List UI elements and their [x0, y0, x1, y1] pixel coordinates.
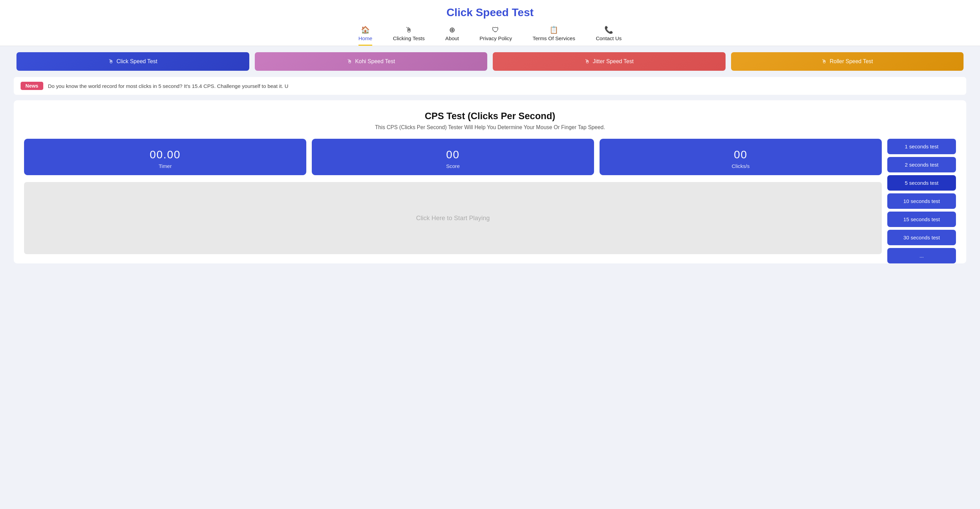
- click-speed-test-label: Click Speed Test: [116, 58, 157, 65]
- 15s-test-button[interactable]: 15 seconds test: [887, 212, 956, 227]
- kohi-btn-icon: 🖱: [347, 58, 352, 65]
- more-test-label: ...: [920, 253, 924, 259]
- content-row: 00.00 Timer 00 Score 00 Clicks/s Click H…: [24, 139, 956, 263]
- timer-label: Timer: [30, 163, 301, 169]
- 15s-test-label: 15 seconds test: [904, 216, 940, 222]
- shield-icon: 🛡: [492, 26, 499, 34]
- nav: 🏠 Home 🖱 Clicking Tests ⊕ About 🛡 Privac…: [0, 22, 980, 46]
- news-badge: News: [21, 82, 43, 90]
- phone-icon: 📞: [605, 26, 613, 34]
- terms-icon: 📋: [549, 26, 558, 34]
- 2s-test-label: 2 seconds test: [905, 162, 939, 168]
- jitter-speed-test-label: Jitter Speed Test: [593, 58, 633, 65]
- nav-label-home: Home: [358, 35, 372, 41]
- home-icon: 🏠: [361, 26, 370, 34]
- nav-label-about: About: [445, 35, 459, 41]
- roller-speed-test-label: Roller Speed Test: [830, 58, 873, 65]
- play-text: Click Here to Start Playing: [416, 214, 490, 222]
- cps-subtitle: This CPS (Clicks Per Second) Tester Will…: [24, 124, 956, 130]
- nav-label-clicking-tests: Clicking Tests: [393, 35, 425, 41]
- news-bar: News Do you know the world record for mo…: [14, 77, 966, 95]
- jitter-speed-test-button[interactable]: 🖱 Jitter Speed Test: [493, 52, 725, 71]
- click-speed-test-button[interactable]: 🖱 Click Speed Test: [16, 52, 249, 71]
- clicks-label: Clicks/s: [605, 163, 876, 169]
- play-area[interactable]: Click Here to Start Playing: [24, 182, 882, 254]
- nav-item-about[interactable]: ⊕ About: [445, 26, 459, 46]
- mouse-icon: 🖱: [405, 26, 412, 34]
- 10s-test-label: 10 seconds test: [904, 198, 940, 204]
- mouse-btn-icon: 🖱: [108, 58, 114, 65]
- top-buttons-bar: 🖱 Click Speed Test 🖱 Kohi Speed Test 🖱 J…: [0, 46, 980, 77]
- clicks-value: 00: [605, 148, 876, 161]
- more-test-button[interactable]: ...: [887, 248, 956, 263]
- clicks-card: 00 Clicks/s: [600, 139, 882, 175]
- header: Click Speed Test 🏠 Home 🖱 Clicking Tests…: [0, 0, 980, 46]
- nav-label-terms-of-services: Terms Of Services: [533, 35, 575, 41]
- jitter-btn-icon: 🖱: [584, 58, 590, 65]
- nav-item-terms-of-services[interactable]: 📋 Terms Of Services: [533, 26, 575, 46]
- news-text: Do you know the world record for most cl…: [48, 83, 288, 89]
- timer-card: 00.00 Timer: [24, 139, 306, 175]
- about-icon: ⊕: [449, 26, 455, 34]
- score-label: Score: [317, 163, 589, 169]
- 5s-test-button[interactable]: 5 seconds test: [887, 175, 956, 191]
- 5s-test-label: 5 seconds test: [905, 180, 939, 186]
- 30s-test-button[interactable]: 30 seconds test: [887, 230, 956, 245]
- right-panel: 1 seconds test 2 seconds test 5 seconds …: [887, 139, 956, 263]
- nav-item-home[interactable]: 🏠 Home: [358, 26, 372, 46]
- nav-label-privacy-policy: Privacy Policy: [480, 35, 512, 41]
- roller-speed-test-button[interactable]: 🖱 Roller Speed Test: [731, 52, 964, 71]
- nav-item-privacy-policy[interactable]: 🛡 Privacy Policy: [480, 26, 512, 46]
- 1s-test-button[interactable]: 1 seconds test: [887, 139, 956, 154]
- score-card: 00 Score: [312, 139, 594, 175]
- score-value: 00: [317, 148, 589, 161]
- nav-item-contact-us[interactable]: 📞 Contact Us: [596, 26, 622, 46]
- 2s-test-button[interactable]: 2 seconds test: [887, 157, 956, 172]
- site-title: Click Speed Test: [0, 6, 980, 19]
- nav-label-contact-us: Contact Us: [596, 35, 622, 41]
- kohi-speed-test-label: Kohi Speed Test: [355, 58, 395, 65]
- 1s-test-label: 1 seconds test: [905, 143, 939, 150]
- timer-value: 00.00: [30, 148, 301, 161]
- 30s-test-label: 30 seconds test: [904, 235, 940, 240]
- nav-item-clicking-tests[interactable]: 🖱 Clicking Tests: [393, 26, 425, 46]
- stats-row: 00.00 Timer 00 Score 00 Clicks/s: [24, 139, 882, 175]
- content-main: 00.00 Timer 00 Score 00 Clicks/s Click H…: [24, 139, 882, 254]
- 10s-test-button[interactable]: 10 seconds test: [887, 193, 956, 209]
- cps-section: CPS Test (Clicks Per Second) This CPS (C…: [14, 100, 966, 263]
- kohi-speed-test-button[interactable]: 🖱 Kohi Speed Test: [255, 52, 488, 71]
- roller-btn-icon: 🖱: [821, 58, 827, 65]
- main-content: News Do you know the world record for mo…: [0, 77, 980, 277]
- cps-title: CPS Test (Clicks Per Second): [24, 111, 956, 122]
